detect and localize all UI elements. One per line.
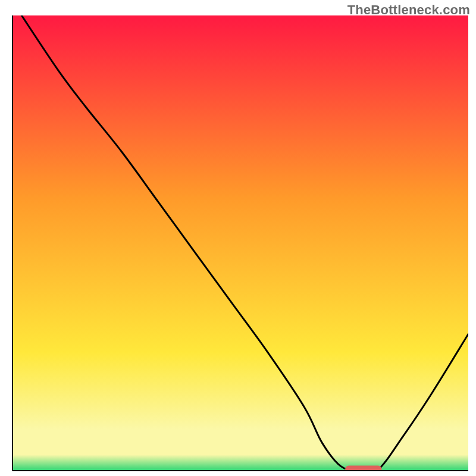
bottleneck-chart: [0, 0, 476, 476]
plot-background: [12, 15, 468, 471]
watermark-text: TheBottleneck.com: [347, 2, 470, 18]
